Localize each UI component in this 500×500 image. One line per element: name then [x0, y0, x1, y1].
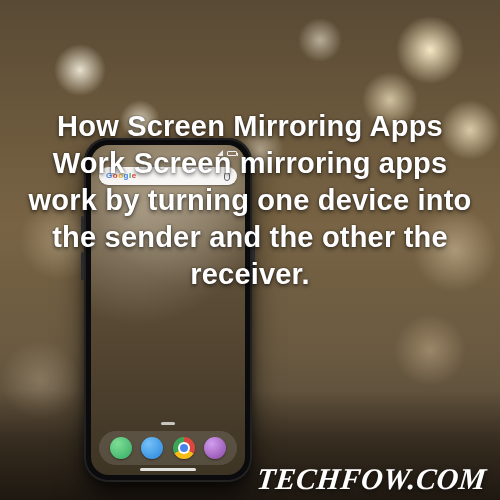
- promo-image: Google How Screen Mirroring Apps Work Sc…: [0, 0, 500, 500]
- chrome-app-icon: [173, 437, 195, 459]
- dock: [99, 431, 237, 465]
- messages-app-icon: [141, 437, 163, 459]
- watermark: TECHFOW.COM: [255, 464, 487, 494]
- phone-app-icon: [110, 437, 132, 459]
- home-indicator: [140, 468, 196, 471]
- app-drawer-handle: [99, 422, 237, 425]
- headline-text: How Screen Mirroring Apps Work Screen mi…: [24, 108, 476, 294]
- camera-app-icon: [204, 437, 226, 459]
